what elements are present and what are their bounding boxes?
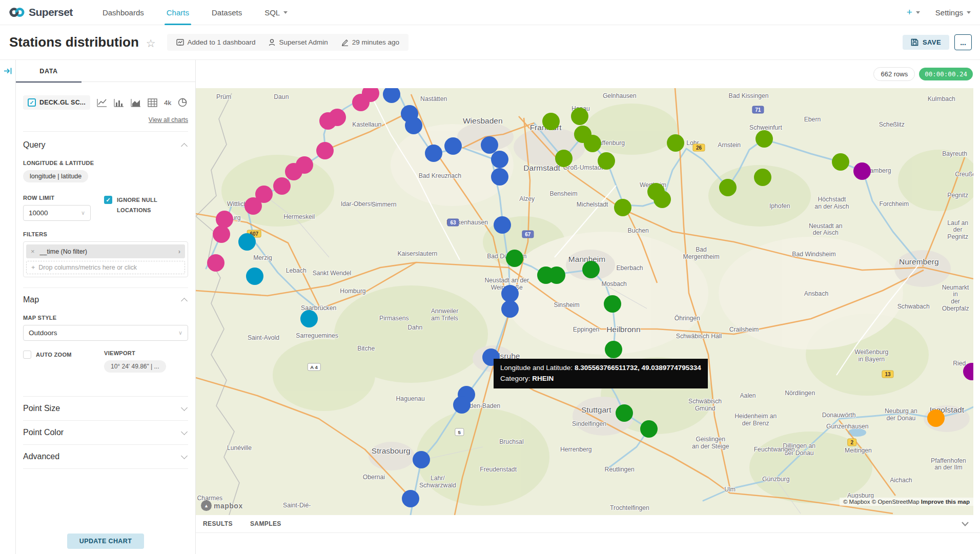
auto-zoom-checkbox[interactable] xyxy=(23,351,31,359)
station-point[interactable] xyxy=(444,137,462,155)
settings-menu[interactable]: Settings xyxy=(935,8,971,17)
station-point[interactable] xyxy=(425,145,442,162)
station-point[interactable] xyxy=(213,225,230,243)
station-point[interactable] xyxy=(605,341,622,358)
ignore-null-checkbox[interactable] xyxy=(104,196,112,204)
station-point[interactable] xyxy=(614,199,631,216)
station-point[interactable] xyxy=(604,295,621,313)
filter-drop-zone[interactable]: + Drop columns/metrics here or click xyxy=(26,261,185,274)
station-point[interactable] xyxy=(832,153,849,171)
station-point[interactable] xyxy=(207,254,224,272)
chevron-down-icon: ∨ xyxy=(178,330,182,336)
tab-results[interactable]: RESULTS xyxy=(203,520,233,527)
row-count-badge: 662 rows xyxy=(873,67,915,81)
station-point[interactable] xyxy=(285,163,302,180)
area-chart-icon[interactable] xyxy=(131,98,141,107)
station-point[interactable] xyxy=(542,113,560,130)
viz-type-chip[interactable]: DECK.GL SC... xyxy=(23,95,90,110)
section-title: Point Color xyxy=(23,428,64,437)
station-point[interactable] xyxy=(555,150,573,167)
station-point[interactable] xyxy=(548,266,565,284)
tab-samples[interactable]: SAMPLES xyxy=(250,520,281,527)
station-point[interactable] xyxy=(501,300,519,318)
station-point[interactable] xyxy=(494,216,511,234)
station-point[interactable] xyxy=(754,169,771,186)
station-point[interactable] xyxy=(598,152,615,170)
station-point[interactable] xyxy=(402,490,419,507)
data-panel: DATA DECK.GL SC... xyxy=(16,60,196,554)
station-point[interactable] xyxy=(273,177,291,195)
nav-item-dashboards[interactable]: Dashboards xyxy=(91,0,155,25)
table-chart-icon[interactable] xyxy=(148,98,157,107)
settings-label: Settings xyxy=(935,8,963,17)
line-chart-icon[interactable] xyxy=(97,98,107,107)
viewport-chip[interactable]: 10° 24' 49.86" | ... xyxy=(104,360,166,373)
station-point[interactable] xyxy=(506,250,523,267)
collapse-chevron-icon[interactable] xyxy=(181,143,188,150)
station-point[interactable] xyxy=(238,233,256,251)
bar-chart-icon[interactable] xyxy=(114,98,124,107)
panel-tabbar: DATA xyxy=(16,60,195,82)
station-point[interactable] xyxy=(383,88,400,103)
nav-item-sql[interactable]: SQL xyxy=(253,0,299,25)
station-point[interactable] xyxy=(300,310,318,327)
meta-item[interactable]: Added to 1 dashboard xyxy=(176,38,256,46)
section-point-color[interactable]: Point Color xyxy=(23,420,188,444)
station-point[interactable] xyxy=(640,420,658,438)
station-point[interactable] xyxy=(453,396,471,414)
mapbox-attribution-link[interactable]: © Mapbox xyxy=(843,499,870,505)
station-point[interactable] xyxy=(501,285,519,302)
station-point[interactable] xyxy=(853,162,871,180)
station-point[interactable] xyxy=(719,179,737,196)
station-point[interactable] xyxy=(352,94,370,111)
station-point[interactable] xyxy=(616,404,633,422)
mapbox-logo[interactable]: ▲ mapbox xyxy=(201,500,243,511)
row-limit-select[interactable]: 10000 ∨ xyxy=(23,205,91,221)
section-point-size[interactable]: Point Size xyxy=(23,396,188,420)
meta-item[interactable]: Superset Admin xyxy=(269,38,328,46)
save-button[interactable]: SAVE xyxy=(903,35,949,50)
favorite-star-icon[interactable]: ☆ xyxy=(146,37,156,50)
station-point[interactable] xyxy=(584,135,601,152)
remove-filter-icon[interactable]: × xyxy=(31,248,35,255)
nav-item-datasets[interactable]: Datasets xyxy=(200,0,253,25)
filter-label: __time (No filter) xyxy=(40,248,178,255)
nav-item-label: SQL xyxy=(264,8,280,17)
station-point[interactable] xyxy=(582,261,600,278)
pie-chart-icon[interactable] xyxy=(178,98,187,107)
update-chart-button[interactable]: UPDATE CHART xyxy=(67,534,144,549)
lonlat-label: LONGITUDE & LATITUDE xyxy=(23,160,188,166)
nav-item-charts[interactable]: Charts xyxy=(155,0,200,25)
map-style-select[interactable]: Outdoors ∨ xyxy=(23,325,188,341)
station-point[interactable] xyxy=(927,409,945,427)
collapse-chevron-icon[interactable] xyxy=(181,298,188,304)
meta-item[interactable]: 29 minutes ago xyxy=(341,38,399,46)
station-point[interactable] xyxy=(491,168,508,186)
tab-data[interactable]: DATA xyxy=(16,60,81,82)
station-point[interactable] xyxy=(667,134,684,152)
expand-panel-icon[interactable] xyxy=(4,67,12,75)
lonlat-chip[interactable]: longitude | latitude xyxy=(23,170,88,182)
station-point[interactable] xyxy=(319,112,337,130)
station-point[interactable] xyxy=(756,130,773,148)
station-point[interactable] xyxy=(316,142,334,159)
superset-logo[interactable]: Superset xyxy=(9,6,73,18)
osm-attribution-link[interactable]: © OpenStreetMap xyxy=(872,499,920,505)
collapse-results-icon[interactable] xyxy=(962,519,969,528)
view-all-charts-link[interactable]: View all charts xyxy=(23,116,188,124)
new-button[interactable]: + xyxy=(907,7,920,18)
viz-4k-option[interactable]: 4k xyxy=(164,99,171,107)
improve-map-link[interactable]: Improve this map xyxy=(921,499,970,505)
more-options-button[interactable]: ... xyxy=(954,34,972,50)
station-point[interactable] xyxy=(491,151,508,168)
section-advanced[interactable]: Advanced xyxy=(23,444,188,468)
station-point[interactable] xyxy=(413,451,430,468)
station-point[interactable] xyxy=(963,363,973,380)
station-point[interactable] xyxy=(244,197,262,215)
time-filter-chip[interactable]: × __time (No filter) › xyxy=(26,244,185,258)
station-point[interactable] xyxy=(405,117,422,134)
station-point[interactable] xyxy=(571,108,588,125)
station-point[interactable] xyxy=(654,191,671,208)
station-point[interactable] xyxy=(246,268,263,285)
deckgl-map[interactable]: PrümDaunNastättenGelnhausenBad Kissingen… xyxy=(196,88,973,515)
